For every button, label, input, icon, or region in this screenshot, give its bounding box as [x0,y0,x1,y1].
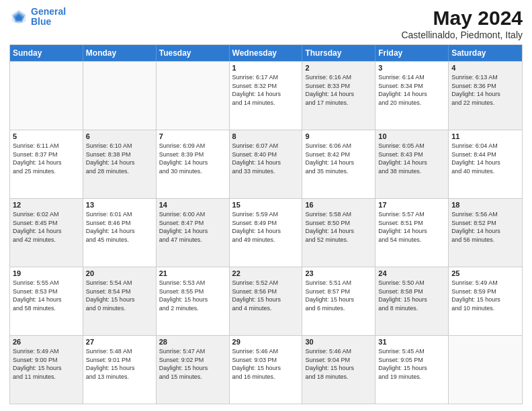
day-number: 6 [86,132,153,140]
day-number: 11 [451,132,519,140]
calendar-cell: 18Sunrise: 5:56 AM Sunset: 8:52 PM Dayli… [449,199,522,267]
calendar-header-cell: Friday [375,45,449,61]
calendar-cell: 29Sunrise: 5:46 AM Sunset: 9:03 PM Dayli… [230,336,303,404]
calendar-cell [10,62,83,130]
calendar-cell: 23Sunrise: 5:51 AM Sunset: 8:57 PM Dayli… [302,267,375,335]
day-info: Sunrise: 5:55 AM Sunset: 8:53 PM Dayligh… [13,279,80,312]
day-info: Sunrise: 5:57 AM Sunset: 8:51 PM Dayligh… [378,210,445,244]
calendar: SundayMondayTuesdayWednesdayThursdayFrid… [9,44,523,404]
calendar-cell: 20Sunrise: 5:54 AM Sunset: 8:54 PM Dayli… [83,267,157,335]
day-number: 10 [378,132,445,140]
day-number: 25 [451,269,519,277]
calendar-cell: 3Sunrise: 6:14 AM Sunset: 8:34 PM Daylig… [375,62,449,130]
day-number: 20 [86,269,153,277]
day-info: Sunrise: 6:11 AM Sunset: 8:37 PM Dayligh… [13,142,80,175]
day-number: 27 [86,338,153,346]
calendar-header-cell: Saturday [449,45,522,61]
calendar-cell: 6Sunrise: 6:10 AM Sunset: 8:38 PM Daylig… [83,130,157,198]
calendar-cell: 8Sunrise: 6:07 AM Sunset: 8:40 PM Daylig… [230,130,303,198]
title-block: May 2024 Castellinaldo, Piedmont, Italy [401,7,523,40]
calendar-cell: 10Sunrise: 6:05 AM Sunset: 8:43 PM Dayli… [375,130,449,198]
calendar-cell: 25Sunrise: 5:49 AM Sunset: 8:59 PM Dayli… [449,267,522,335]
calendar-cell: 5Sunrise: 6:11 AM Sunset: 8:37 PM Daylig… [10,130,83,198]
calendar-header-cell: Wednesday [230,45,303,61]
day-number: 7 [159,132,226,140]
calendar-body: 1Sunrise: 6:17 AM Sunset: 8:32 PM Daylig… [10,61,522,404]
calendar-cell: 16Sunrise: 5:58 AM Sunset: 8:50 PM Dayli… [302,199,375,267]
day-info: Sunrise: 6:09 AM Sunset: 8:39 PM Dayligh… [159,142,226,175]
logo-general: General [31,6,66,17]
day-info: Sunrise: 5:54 AM Sunset: 8:54 PM Dayligh… [86,279,153,312]
page-title: May 2024 [401,7,523,30]
calendar-week: 1Sunrise: 6:17 AM Sunset: 8:32 PM Daylig… [10,61,522,130]
page-subtitle: Castellinaldo, Piedmont, Italy [401,30,523,40]
calendar-cell: 26Sunrise: 5:49 AM Sunset: 9:00 PM Dayli… [10,336,83,404]
calendar-cell: 24Sunrise: 5:50 AM Sunset: 8:58 PM Dayli… [375,267,449,335]
day-number: 13 [86,201,153,209]
day-number: 28 [159,338,226,346]
calendar-header-cell: Monday [83,45,157,61]
calendar-header-cell: Thursday [302,45,375,61]
day-info: Sunrise: 5:58 AM Sunset: 8:50 PM Dayligh… [305,210,372,244]
calendar-cell [83,62,157,130]
day-number: 15 [232,201,300,209]
day-number: 31 [378,338,445,346]
calendar-week: 26Sunrise: 5:49 AM Sunset: 9:00 PM Dayli… [10,335,522,404]
day-info: Sunrise: 6:16 AM Sunset: 8:33 PM Dayligh… [305,73,372,107]
calendar-cell: 13Sunrise: 6:01 AM Sunset: 8:46 PM Dayli… [83,199,157,267]
day-number: 5 [13,132,80,140]
logo: General Blue [9,7,66,28]
day-info: Sunrise: 5:46 AM Sunset: 9:03 PM Dayligh… [232,347,300,381]
calendar-cell: 17Sunrise: 5:57 AM Sunset: 8:51 PM Dayli… [375,199,449,267]
day-info: Sunrise: 5:50 AM Sunset: 8:58 PM Dayligh… [378,279,445,312]
calendar-header-cell: Sunday [10,45,83,61]
day-number: 8 [232,132,300,140]
day-number: 12 [13,201,80,209]
day-info: Sunrise: 5:51 AM Sunset: 8:57 PM Dayligh… [305,279,372,312]
day-info: Sunrise: 5:49 AM Sunset: 8:59 PM Dayligh… [451,279,519,312]
day-info: Sunrise: 6:00 AM Sunset: 8:47 PM Dayligh… [159,210,226,244]
day-number: 14 [159,201,226,209]
day-number: 19 [13,269,80,277]
page: General Blue May 2024 Castellinaldo, Pie… [0,0,532,411]
calendar-week: 12Sunrise: 6:02 AM Sunset: 8:45 PM Dayli… [10,198,522,267]
day-number: 30 [305,338,372,346]
day-info: Sunrise: 5:48 AM Sunset: 9:01 PM Dayligh… [86,347,153,381]
calendar-cell: 7Sunrise: 6:09 AM Sunset: 8:39 PM Daylig… [157,130,230,198]
calendar-cell: 31Sunrise: 5:45 AM Sunset: 9:05 PM Dayli… [375,336,449,404]
logo-blue: Blue [31,16,51,27]
header: General Blue May 2024 Castellinaldo, Pie… [9,7,523,40]
calendar-cell: 22Sunrise: 5:52 AM Sunset: 8:56 PM Dayli… [230,267,303,335]
calendar-cell: 2Sunrise: 6:16 AM Sunset: 8:33 PM Daylig… [302,62,375,130]
calendar-cell: 12Sunrise: 6:02 AM Sunset: 8:45 PM Dayli… [10,199,83,267]
day-info: Sunrise: 6:13 AM Sunset: 8:36 PM Dayligh… [451,73,519,107]
day-number: 26 [13,338,80,346]
day-number: 2 [305,64,372,72]
calendar-cell: 28Sunrise: 5:47 AM Sunset: 9:02 PM Dayli… [157,336,230,404]
day-info: Sunrise: 6:10 AM Sunset: 8:38 PM Dayligh… [86,142,153,175]
logo-icon [9,7,28,26]
day-info: Sunrise: 5:47 AM Sunset: 9:02 PM Dayligh… [159,347,226,381]
day-info: Sunrise: 5:46 AM Sunset: 9:04 PM Dayligh… [305,347,372,381]
calendar-week: 5Sunrise: 6:11 AM Sunset: 8:37 PM Daylig… [10,130,522,198]
day-info: Sunrise: 6:17 AM Sunset: 8:32 PM Dayligh… [232,73,300,107]
calendar-cell: 11Sunrise: 6:04 AM Sunset: 8:44 PM Dayli… [449,130,522,198]
day-number: 9 [305,132,372,140]
calendar-cell [157,62,230,130]
calendar-cell: 4Sunrise: 6:13 AM Sunset: 8:36 PM Daylig… [449,62,522,130]
day-number: 23 [305,269,372,277]
day-number: 18 [451,201,519,209]
calendar-cell: 19Sunrise: 5:55 AM Sunset: 8:53 PM Dayli… [10,267,83,335]
calendar-cell: 1Sunrise: 6:17 AM Sunset: 8:32 PM Daylig… [230,62,303,130]
day-info: Sunrise: 6:02 AM Sunset: 8:45 PM Dayligh… [13,210,80,244]
day-info: Sunrise: 5:56 AM Sunset: 8:52 PM Dayligh… [451,210,519,244]
day-number: 22 [232,269,300,277]
day-info: Sunrise: 6:04 AM Sunset: 8:44 PM Dayligh… [451,142,519,175]
day-info: Sunrise: 6:07 AM Sunset: 8:40 PM Dayligh… [232,142,300,175]
day-info: Sunrise: 5:49 AM Sunset: 9:00 PM Dayligh… [13,347,80,381]
day-info: Sunrise: 6:14 AM Sunset: 8:34 PM Dayligh… [378,73,445,107]
calendar-header-row: SundayMondayTuesdayWednesdayThursdayFrid… [10,45,522,61]
day-number: 29 [232,338,300,346]
day-info: Sunrise: 6:05 AM Sunset: 8:43 PM Dayligh… [378,142,445,175]
day-info: Sunrise: 5:52 AM Sunset: 8:56 PM Dayligh… [232,279,300,312]
